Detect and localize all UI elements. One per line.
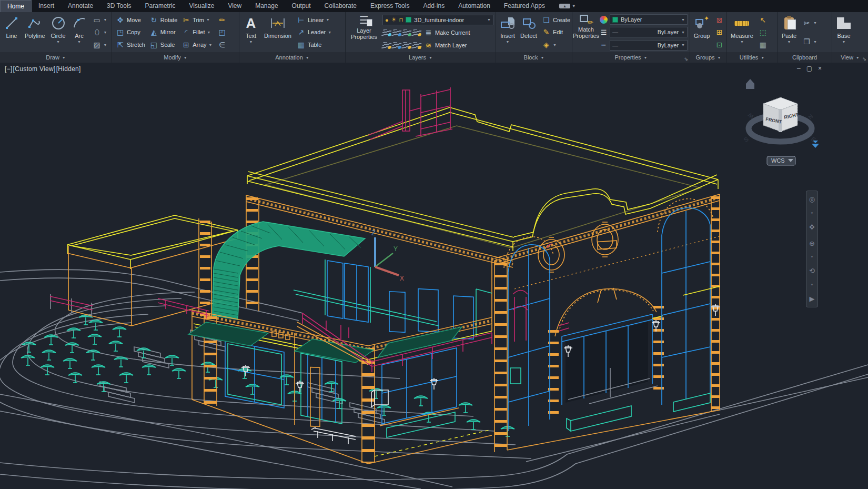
layer-properties-button[interactable]: ☰ Layer Properties — [348, 14, 380, 51]
linetype-icon[interactable]: ┉ — [602, 41, 606, 49]
stretch-button[interactable]: ⇱Stretch — [114, 38, 147, 51]
object-color-dropdown[interactable]: ByLayer ▼ — [610, 14, 688, 25]
match-properties-button[interactable]: ✏ Match Properties — [574, 14, 598, 51]
viewcube[interactable]: S E W N FRONT RIGHT — [742, 79, 819, 148]
polyline-button[interactable]: Polyline — [23, 14, 47, 51]
explode-button[interactable]: ◰ — [216, 27, 228, 37]
drawing-3d-wireframe[interactable]: Z Y X — [0, 63, 868, 489]
group-edit-button[interactable]: ⊞ — [713, 27, 725, 37]
model-space-viewport[interactable]: [−][Custom View][Hidden] – ▢ × ◎ ▼ ✥ ⊕ ▼… — [0, 63, 868, 489]
color-wheel-icon[interactable] — [600, 16, 608, 24]
match-layer-button[interactable]: ≋Match Layer — [422, 41, 469, 50]
layer-on-icon[interactable] — [401, 42, 412, 48]
fillet-button[interactable]: ◜Fillet▼ — [180, 26, 214, 39]
linear-dimension-button[interactable]: ⊢Linear▼ — [295, 15, 333, 25]
cut-button[interactable]: ✂▼ — [801, 18, 819, 28]
tab-add-ins[interactable]: Add-ins — [416, 0, 451, 12]
base-button[interactable]: Base ▼ — [834, 14, 853, 51]
panel-launcher-icon[interactable]: ⇘ — [684, 56, 688, 62]
layer-off-icon[interactable] — [381, 42, 392, 48]
panel-label-block[interactable]: Block▼ — [496, 52, 572, 63]
panel-label-utilities[interactable]: Utilities▼ — [727, 52, 777, 63]
group-selection-button[interactable]: ⊡ — [713, 40, 725, 49]
tab-featured-apps[interactable]: Featured Apps — [497, 0, 552, 12]
layer-dropdown[interactable]: ● ☀ ⊓ 3D_furniture-indoor ▼ — [382, 15, 493, 25]
join-button[interactable]: ∈ — [216, 40, 228, 49]
paste-button[interactable]: Paste ▼ — [780, 14, 799, 51]
layer-thaw-icon[interactable] — [391, 42, 402, 48]
layer-freeze-icon[interactable] — [401, 29, 412, 36]
quick-calc-button[interactable]: ⬚ — [757, 27, 769, 37]
edit-attributes-button[interactable]: ◈▼ — [540, 40, 572, 49]
viewport-visual-style-control[interactable]: [Hidden] — [56, 65, 81, 73]
wcs-dropdown[interactable]: WCS — [767, 156, 795, 165]
detect-button[interactable]: Detect — [519, 14, 538, 51]
tab-output[interactable]: Output — [285, 0, 318, 12]
panel-launcher-icon[interactable]: ⇘ — [862, 56, 866, 62]
calculator-button[interactable]: ▦ — [757, 40, 769, 49]
navigation-wheel-icon[interactable]: ◎ — [809, 195, 815, 203]
make-current-button[interactable]: ≣Make Current — [422, 28, 472, 37]
tab-view[interactable]: View — [221, 0, 248, 12]
viewport-menu-control[interactable]: [−] — [5, 65, 13, 73]
table-button[interactable]: ▦Table — [295, 40, 333, 49]
panel-label-layers[interactable]: Layers▼ — [346, 52, 496, 63]
lineweight-icon[interactable]: ☰ — [601, 28, 607, 36]
tab-visualize[interactable]: Visualize — [183, 0, 221, 12]
tab-collaborate[interactable]: Collaborate — [318, 0, 364, 12]
panel-label-groups[interactable]: Groups▼ — [690, 52, 726, 63]
hatch-tool-button[interactable]: ▨▼ — [91, 40, 109, 49]
group-button[interactable]: ✦ Group — [692, 14, 711, 51]
dimension-button[interactable]: Dimension — [263, 14, 293, 51]
text-button[interactable]: A Text ▼ — [241, 14, 260, 51]
tab-insert[interactable]: Insert — [32, 0, 61, 12]
panel-label-view[interactable]: View▼⇘ — [832, 52, 868, 63]
layer-unisolate-icon[interactable] — [391, 29, 402, 36]
copy-button[interactable]: ◳Copy — [114, 26, 147, 39]
orbit-icon[interactable]: ⟲ — [809, 267, 815, 275]
rotate-button[interactable]: ↻Rotate — [148, 14, 179, 26]
minimize-icon[interactable]: – — [797, 65, 801, 72]
panel-label-modify[interactable]: Modify▼ — [112, 52, 239, 63]
tab-parametric[interactable]: Parametric — [138, 0, 183, 12]
leader-button[interactable]: ↗Leader▼ — [295, 27, 333, 37]
edit-block-button[interactable]: ✎Edit — [540, 27, 572, 37]
layer-unlock-all-icon[interactable] — [411, 42, 422, 48]
lineweight-dropdown[interactable]: — ByLayer ▼ — [610, 27, 688, 37]
tab-express-tools[interactable]: Express Tools — [364, 0, 416, 12]
pan-icon[interactable]: ✥ — [809, 223, 815, 231]
show-motion-icon[interactable]: ▶ — [810, 295, 815, 303]
scale-button[interactable]: ◱Scale — [148, 38, 179, 51]
ribbon-collapse-button[interactable]: ▲ ▼ — [559, 4, 576, 8]
copy-clip-button[interactable]: ❐▼ — [801, 37, 819, 46]
linetype-dropdown[interactable]: — ByLayer ▼ — [610, 40, 688, 51]
panel-label-annotation[interactable]: Annotation▼ — [239, 52, 345, 63]
measure-button[interactable]: Measure ▼ — [729, 14, 755, 51]
restore-icon[interactable]: ▢ — [806, 65, 812, 72]
tab-3d-tools[interactable]: 3D Tools — [100, 0, 138, 12]
viewcube-home-icon[interactable] — [746, 79, 754, 89]
panel-label-properties[interactable]: Properties▼⇘ — [572, 52, 690, 63]
zoom-icon[interactable]: ⊕ — [809, 239, 815, 247]
viewport-view-control[interactable]: [Custom View] — [13, 65, 56, 73]
panel-label-draw[interactable]: Draw▼ — [0, 52, 112, 63]
tab-home[interactable]: Home — [0, 0, 32, 12]
tab-automation[interactable]: Automation — [451, 0, 497, 12]
create-block-button[interactable]: ❏Create — [540, 15, 572, 25]
layer-isolate-icon[interactable] — [381, 29, 392, 36]
ungroup-button[interactable]: ⊠ — [713, 15, 725, 25]
insert-button[interactable]: Insert ▼ — [498, 14, 517, 51]
line-button[interactable]: Line — [2, 14, 21, 51]
viewcube-menu-arrow-icon[interactable] — [812, 144, 819, 148]
mirror-button[interactable]: ◭Mirror — [148, 26, 179, 39]
tab-annotate[interactable]: Annotate — [61, 0, 100, 12]
ellipse-tool-button[interactable]: ⬯▼ — [91, 27, 109, 37]
move-button[interactable]: ✥Move — [114, 14, 147, 26]
arc-button[interactable]: Arc ▼ — [70, 14, 89, 51]
rectangle-tool-button[interactable]: ▭▼ — [91, 15, 109, 25]
layer-lock-icon[interactable] — [411, 29, 422, 36]
array-button[interactable]: ⊞Array▼ — [180, 38, 214, 51]
circle-button[interactable]: Circle ▼ — [49, 14, 68, 51]
tab-manage[interactable]: Manage — [248, 0, 285, 12]
quick-select-button[interactable]: ↖ — [757, 15, 769, 25]
